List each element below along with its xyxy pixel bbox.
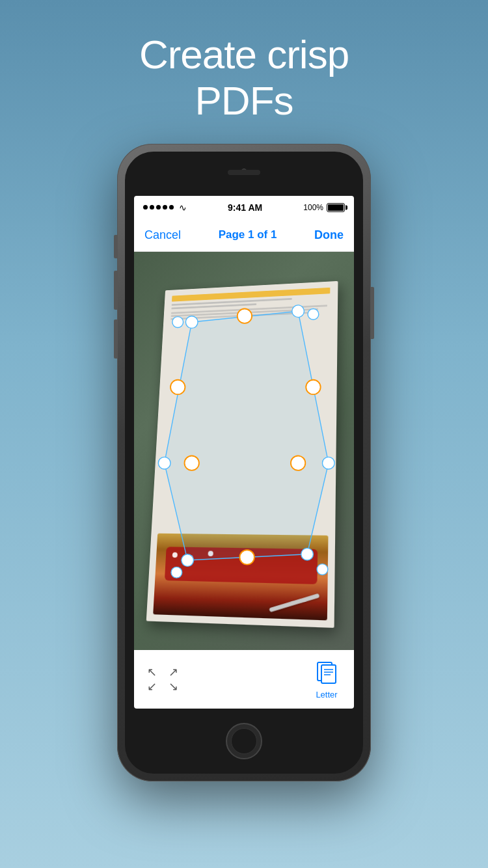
scan-area bbox=[134, 252, 354, 650]
document-paper bbox=[146, 280, 338, 627]
nav-bar: Cancel Page 1 of 1 Done bbox=[134, 219, 354, 252]
knife bbox=[269, 593, 319, 612]
wifi-icon: ∿ bbox=[179, 202, 187, 213]
status-right: 100% bbox=[303, 203, 345, 212]
signal-strength bbox=[143, 205, 174, 210]
status-time: 9:41 AM bbox=[228, 202, 262, 213]
cheese-dot-2 bbox=[188, 555, 193, 560]
home-button-inner bbox=[231, 728, 257, 754]
status-left: ∿ bbox=[143, 202, 187, 213]
cheese-dot-1 bbox=[172, 552, 178, 557]
food-tart bbox=[165, 547, 318, 584]
cancel-button[interactable]: Cancel bbox=[144, 228, 181, 242]
done-button[interactable]: Done bbox=[314, 228, 344, 242]
home-button[interactable] bbox=[226, 723, 262, 759]
phone-screen: ∿ 9:41 AM 100% Cancel Page 1 of 1 Done bbox=[134, 196, 354, 709]
cheese-dot-3 bbox=[208, 550, 213, 556]
phone-inner: ∿ 9:41 AM 100% Cancel Page 1 of 1 Done bbox=[125, 152, 363, 774]
battery-percent: 100% bbox=[303, 203, 323, 212]
signal-dot-1 bbox=[143, 205, 148, 210]
signal-dot-5 bbox=[169, 205, 174, 210]
expand-arrow-br: ↘ bbox=[169, 681, 178, 692]
doc-title-bar bbox=[172, 287, 330, 301]
signal-dot-4 bbox=[163, 205, 167, 210]
headline-line1: Create crisp bbox=[139, 32, 349, 77]
volume-down-button bbox=[114, 319, 117, 359]
speaker bbox=[228, 170, 260, 175]
signal-dot-3 bbox=[156, 205, 161, 210]
signal-dot-2 bbox=[150, 205, 154, 210]
power-button bbox=[371, 287, 374, 339]
food-image bbox=[153, 533, 328, 620]
mute-button bbox=[114, 235, 117, 258]
status-bar: ∿ 9:41 AM 100% bbox=[134, 196, 354, 219]
volume-up-button bbox=[114, 271, 117, 310]
expand-top-row: ↖ ↗ bbox=[147, 666, 178, 678]
letter-label: Letter bbox=[316, 690, 337, 699]
phone-outer: ∿ 9:41 AM 100% Cancel Page 1 of 1 Done bbox=[117, 144, 371, 781]
phone-frame: ∿ 9:41 AM 100% Cancel Page 1 of 1 Done bbox=[117, 144, 371, 781]
letter-icon-graphic bbox=[312, 658, 341, 687]
battery-icon bbox=[327, 203, 345, 212]
expand-icon[interactable]: ↖ ↗ ↙ ↘ bbox=[147, 666, 178, 692]
expand-arrow-bl: ↙ bbox=[147, 681, 157, 692]
battery-fill bbox=[328, 204, 344, 211]
headline-line2: PDFs bbox=[195, 78, 293, 123]
bottom-toolbar: ↖ ↗ ↙ ↘ bbox=[134, 650, 354, 709]
expand-arrow-tl: ↖ bbox=[147, 666, 157, 678]
expand-bottom-row: ↙ ↘ bbox=[147, 681, 178, 692]
nav-title: Page 1 of 1 bbox=[219, 228, 277, 241]
svg-rect-2 bbox=[321, 665, 336, 683]
letter-size-button[interactable]: Letter bbox=[312, 658, 341, 699]
headline: Create crisp PDFs bbox=[139, 0, 349, 124]
expand-arrow-tr: ↗ bbox=[169, 666, 178, 678]
